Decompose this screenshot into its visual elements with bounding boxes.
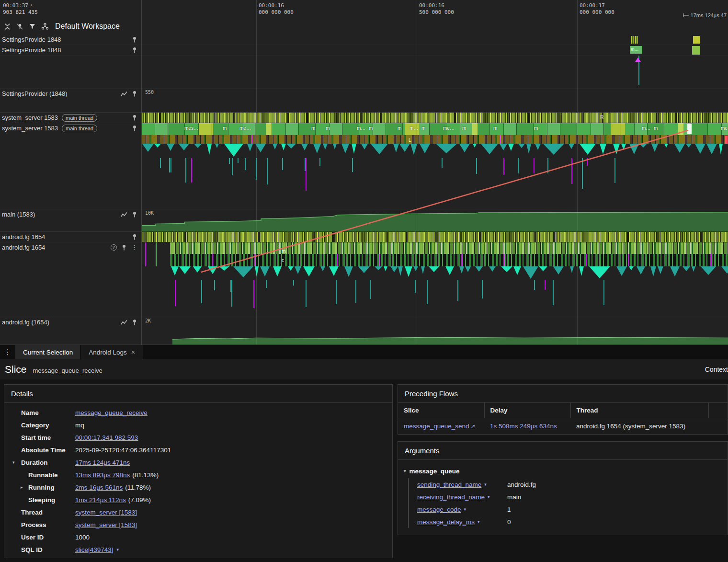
dropdown-caret-icon[interactable]: ▾ [484, 482, 487, 487]
slice-band[interactable] [170, 254, 728, 266]
track-name: SettingsProvide 1848 [2, 46, 61, 54]
track-content[interactable] [141, 34, 728, 45]
pin-icon[interactable] [132, 36, 137, 43]
detail-value-link[interactable]: system_server [1583] [75, 509, 137, 516]
argument-key-link[interactable]: message_delay_ms [417, 518, 475, 526]
selected-slice[interactable] [687, 124, 692, 134]
detail-value-link[interactable]: 17ms 124µs 471ns [75, 459, 130, 466]
track-panel-divider[interactable] [141, 0, 142, 345]
counter-track-content[interactable]: 2K [141, 317, 728, 344]
dropdown-caret-icon[interactable]: ▾ [488, 494, 490, 499]
counter-scale: 2K [145, 318, 151, 323]
close-icon[interactable]: × [131, 348, 135, 356]
track-menu-icon[interactable]: ⋮ [131, 244, 137, 251]
pin-icon[interactable] [132, 91, 137, 97]
detail-label: Name [21, 409, 75, 416]
flow-delay-link[interactable]: 1s 508ms 249µs 634ns [490, 423, 557, 430]
pin-icon[interactable] [132, 234, 137, 240]
track-label-panel[interactable]: android.fg (1654) [0, 317, 141, 344]
track-label-panel[interactable]: android.fg 1654 [0, 232, 141, 242]
tab-current-selection[interactable]: Current Selection [15, 345, 81, 359]
workspace-icon[interactable] [41, 23, 49, 30]
workspace-name[interactable]: Default Workspace [55, 22, 120, 31]
detail-row: Category mq [4, 419, 392, 431]
argument-value: android.fg [507, 481, 536, 488]
pin-icon[interactable] [132, 47, 137, 53]
timeline-area[interactable]: 00:03:37+ 903 821 435 00:00:16000 000 00… [0, 0, 728, 345]
detail-value: 2025-09-25T20:47:06.364117301 [75, 447, 171, 454]
track-content[interactable]: mes…mme…mmm…mmm…mme…mmmm…mme L [141, 123, 728, 209]
track-content[interactable]: m… [141, 45, 728, 55]
detail-value-link[interactable]: message_queue_receive [75, 409, 148, 416]
expander-icon[interactable]: ▾ [12, 460, 15, 465]
expander-icon[interactable]: ▸ [21, 485, 23, 490]
argument-key-link[interactable]: receiving_thread_name [417, 493, 485, 501]
pin-icon[interactable] [121, 244, 127, 251]
track-content[interactable]: R [141, 113, 728, 123]
slice[interactable] [631, 36, 638, 44]
column-header-slice: Slice [398, 403, 484, 418]
slice[interactable] [693, 36, 700, 44]
argument-group[interactable]: ▾ message_queue [404, 465, 722, 477]
slice-band[interactable]: mes…mme…mmm…mmm…mme…mmmm…mme [141, 123, 728, 135]
preceding-flows-heading: Preceding Flows [398, 385, 728, 403]
help-icon[interactable]: ? [111, 244, 117, 251]
dropdown-caret-icon[interactable]: ▾ [478, 519, 480, 524]
detail-value-link[interactable]: system_server [1583] [75, 521, 137, 528]
descendant-lines [170, 280, 728, 317]
chart-icon[interactable] [121, 91, 127, 97]
pin-icon[interactable] [132, 211, 137, 218]
argument-key-link[interactable]: message_code [417, 506, 461, 513]
collapse-tracks-icon[interactable] [4, 23, 11, 30]
chart-icon[interactable] [121, 320, 127, 325]
counter-chart [141, 317, 728, 344]
details-section: Details Name message_queue_receive Categ… [4, 384, 393, 558]
selection-title: message_queue_receive [33, 367, 102, 374]
detail-value-link[interactable]: 00:00:17.341 982 593 [75, 434, 138, 441]
goto-flow-icon[interactable]: ↗ [471, 423, 476, 430]
track-label-panel[interactable]: system_server 1583 main thread [0, 123, 141, 209]
slice-band[interactable] [170, 242, 728, 254]
track-label-panel[interactable]: SettingsProvide 1848 [0, 34, 141, 45]
detail-row-sqlid: SQL ID slice[439743] ▾ [4, 543, 392, 556]
slice [145, 242, 146, 266]
tab-android-logs[interactable]: Android Logs × [81, 345, 143, 359]
argument-key-link[interactable]: sending_thread_name [417, 481, 481, 488]
dropdown-caret-icon[interactable]: ▾ [464, 507, 466, 512]
track-content[interactable] [141, 56, 728, 88]
tab-label: Current Selection [23, 349, 73, 356]
track-label-panel[interactable]: system_server 1583 main thread [0, 113, 141, 123]
track-label-panel[interactable]: main (1583) [0, 209, 141, 231]
pin-icon[interactable] [132, 125, 137, 131]
track-name: main (1583) [2, 211, 35, 218]
track-content[interactable] [141, 232, 728, 242]
tab-bar: ⋮ Current Selection Android Logs × [0, 345, 728, 359]
filter-icon[interactable] [29, 23, 36, 30]
detail-value-link[interactable]: 1ms 214µs 112ns [75, 496, 126, 504]
track-row-settingsprovider-sched-1: SettingsProvide 1848 [0, 34, 728, 45]
detail-value-link[interactable]: slice[439743] [75, 546, 114, 553]
slice[interactable] [692, 46, 700, 55]
counter-track-content[interactable]: 550 [141, 89, 728, 112]
detail-label: User ID [21, 534, 75, 541]
track-row-settingsprovider-counter: SettingsProvider (1848) 550 [0, 89, 728, 113]
track-content[interactable]: m c [141, 242, 728, 317]
counter-track-content[interactable]: 10K [141, 209, 728, 231]
track-label-panel[interactable]: SettingsProvide 1848 [0, 45, 141, 55]
track-label-panel[interactable]: android.fg 1654 ? ⋮ [0, 242, 141, 317]
time-tick: 00:00:16500 000 000 [417, 2, 454, 16]
chart-icon[interactable] [121, 212, 127, 218]
dropdown-caret-icon[interactable]: ▾ [117, 547, 119, 552]
pin-icon[interactable] [132, 319, 137, 325]
detail-value-link[interactable]: 2ms 16µs 561ns [75, 484, 123, 491]
track-label-panel[interactable]: SettingsProvider (1848) [0, 89, 141, 112]
unpin-all-icon[interactable] [16, 23, 23, 30]
panel-menu-icon[interactable]: ⋮ [0, 345, 15, 359]
slice-band[interactable] [141, 135, 728, 144]
slice[interactable]: m… [630, 46, 642, 54]
expander-icon[interactable]: ▾ [404, 469, 406, 473]
detail-value-link[interactable]: 13ms 893µs 798ns [75, 471, 130, 479]
context-button[interactable]: Context [705, 366, 728, 373]
flow-slice-link[interactable]: message_queue_send [404, 423, 469, 430]
pin-icon[interactable] [132, 115, 137, 121]
